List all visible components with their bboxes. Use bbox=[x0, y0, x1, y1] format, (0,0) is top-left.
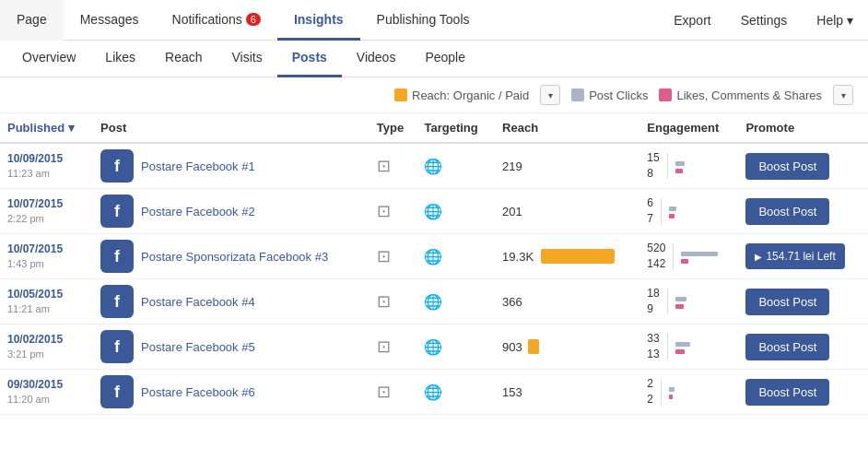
reach-bar bbox=[541, 249, 615, 264]
post-cell: f Postare Facebook #1 bbox=[100, 149, 362, 183]
engagement-cell: 18 9 bbox=[639, 279, 738, 324]
boost-post-button[interactable]: Boost Post bbox=[745, 379, 829, 406]
post-title[interactable]: Postare Facebook #2 bbox=[141, 205, 255, 218]
engagement-bar-clicks bbox=[675, 297, 686, 301]
targeting-globe-icon: 🌐 bbox=[424, 159, 442, 174]
legend-reach-dropdown[interactable]: ▾ bbox=[540, 85, 560, 105]
facebook-icon: f bbox=[100, 149, 134, 183]
targeting-globe-icon: 🌐 bbox=[424, 249, 442, 265]
published-sort-icon: ▾ bbox=[68, 121, 75, 135]
col-header-reach: Reach bbox=[495, 113, 639, 143]
budget-button[interactable]: ▶ 154.71 lei Left bbox=[745, 243, 844, 269]
post-cell: f Postare Facebook #5 bbox=[100, 330, 362, 363]
table-row: 10/09/2015 11:23 am f Postare Facebook #… bbox=[0, 143, 868, 189]
nav-tab-export[interactable]: Export bbox=[659, 0, 725, 41]
engagement-cell: 15 8 bbox=[639, 143, 738, 189]
table-row: 09/30/2015 11:20 am f Postare Facebook #… bbox=[0, 370, 868, 415]
post-title[interactable]: Postare Facebook #4 bbox=[141, 295, 255, 309]
legend-engagement-dropdown[interactable]: ▾ bbox=[833, 85, 853, 105]
post-title[interactable]: Postare Facebook #6 bbox=[141, 385, 255, 399]
engagement-bar-likes bbox=[675, 169, 683, 173]
engagement-bar-likes bbox=[669, 214, 674, 218]
post-title[interactable]: Postare Sponsorizata Facebook #3 bbox=[141, 250, 328, 264]
nav-tab-help[interactable]: Help ▾ bbox=[802, 0, 868, 41]
reach-cell: 219 bbox=[495, 143, 639, 189]
date-cell: 10/07/2015 2:22 pm bbox=[7, 196, 86, 226]
date-cell: 10/05/2015 11:21 am bbox=[7, 287, 86, 316]
sub-tab-posts[interactable]: Posts bbox=[277, 41, 342, 77]
post-title[interactable]: Postare Facebook #1 bbox=[141, 159, 255, 173]
nav-tab-page[interactable]: Page bbox=[0, 0, 64, 41]
promote-cell: Boost Post bbox=[738, 189, 868, 234]
legend-clicks-color bbox=[571, 88, 584, 101]
sub-tab-reach[interactable]: Reach bbox=[150, 41, 217, 77]
engagement-bar-likes bbox=[675, 349, 685, 354]
promote-cell: ▶ 154.71 lei Left bbox=[738, 234, 868, 279]
engagement-divider bbox=[667, 334, 668, 360]
facebook-icon: f bbox=[100, 240, 134, 273]
play-icon: ▶ bbox=[755, 252, 762, 262]
facebook-icon: f bbox=[100, 285, 134, 318]
boost-post-button[interactable]: Boost Post bbox=[745, 198, 829, 225]
engagement-cell: 520 142 bbox=[639, 234, 738, 279]
promote-cell: Boost Post bbox=[738, 279, 868, 324]
nav-tab-settings[interactable]: Settings bbox=[726, 0, 803, 41]
top-nav-right: Export Settings Help ▾ bbox=[659, 0, 868, 40]
engagement-cell: 33 13 bbox=[639, 324, 738, 370]
nav-tab-notifications[interactable]: Notifications 6 bbox=[156, 0, 277, 41]
posts-table: Published ▾ Post Type Targeting Reach En… bbox=[0, 113, 868, 415]
engagement-bar-likes bbox=[675, 304, 684, 309]
nav-tab-messages[interactable]: Messages bbox=[64, 0, 156, 41]
reach-cell: 153 bbox=[495, 370, 639, 415]
engagement-bars bbox=[681, 252, 718, 264]
col-header-post: Post bbox=[93, 113, 369, 143]
reach-cell: 903 bbox=[495, 324, 639, 370]
legend-likes-comments-shares: Likes, Comments & Shares bbox=[659, 88, 822, 102]
engagement-numbers: 6 7 bbox=[647, 195, 653, 227]
engagement-bar-clicks bbox=[669, 387, 674, 392]
targeting-globe-icon: 🌐 bbox=[424, 384, 442, 400]
boost-post-button[interactable]: Boost Post bbox=[745, 289, 829, 315]
post-title[interactable]: Postare Facebook #5 bbox=[141, 340, 255, 354]
table-row: 10/07/2015 2:22 pm f Postare Facebook #2… bbox=[0, 189, 868, 234]
date-cell: 10/09/2015 11:23 am bbox=[7, 151, 86, 181]
boost-post-button[interactable]: Boost Post bbox=[745, 153, 829, 180]
post-cell: f Postare Sponsorizata Facebook #3 bbox=[100, 240, 362, 273]
boost-post-button[interactable]: Boost Post bbox=[745, 334, 829, 360]
sub-navigation: Overview Likes Reach Visits Posts Videos… bbox=[0, 41, 868, 77]
post-type-icon: ⊡ bbox=[377, 247, 391, 266]
engagement-bars bbox=[675, 297, 686, 309]
sub-tab-overview[interactable]: Overview bbox=[7, 41, 90, 77]
engagement-divider bbox=[667, 289, 668, 314]
date-cell: 09/30/2015 11:20 am bbox=[7, 377, 86, 407]
legend-reach: Reach: Organic / Paid bbox=[394, 88, 529, 102]
top-navigation: Page Messages Notifications 6 Insights P… bbox=[0, 0, 868, 41]
nav-tab-publishing-tools[interactable]: Publishing Tools bbox=[360, 0, 487, 41]
engagement-numbers: 18 9 bbox=[647, 286, 659, 317]
sub-tab-likes[interactable]: Likes bbox=[90, 41, 150, 77]
nav-tab-insights[interactable]: Insights bbox=[277, 0, 360, 41]
engagement-cell: 2 2 bbox=[639, 370, 738, 415]
col-header-published[interactable]: Published ▾ bbox=[0, 113, 93, 143]
engagement-divider bbox=[661, 198, 662, 224]
reach-cell: 19.3K bbox=[495, 234, 639, 279]
engagement-bar-clicks bbox=[681, 252, 718, 256]
post-cell: f Postare Facebook #6 bbox=[100, 375, 362, 408]
promote-cell: Boost Post bbox=[738, 370, 868, 415]
col-header-type: Type bbox=[369, 113, 417, 143]
sub-tab-visits[interactable]: Visits bbox=[217, 41, 277, 77]
engagement-bar-clicks bbox=[675, 161, 685, 166]
sub-tab-videos[interactable]: Videos bbox=[342, 41, 411, 77]
post-type-icon: ⊡ bbox=[377, 292, 391, 311]
reach-cell: 366 bbox=[495, 279, 639, 324]
engagement-bar-clicks bbox=[669, 206, 676, 211]
targeting-globe-icon: 🌐 bbox=[424, 204, 442, 219]
sub-tab-people[interactable]: People bbox=[410, 41, 480, 77]
post-type-icon: ⊡ bbox=[377, 383, 391, 401]
table-row: 10/02/2015 3:21 pm f Postare Facebook #5… bbox=[0, 324, 868, 370]
engagement-divider bbox=[673, 243, 674, 269]
engagement-bar-likes bbox=[669, 395, 673, 399]
engagement-divider bbox=[667, 153, 668, 179]
legend-reach-color bbox=[394, 88, 407, 101]
targeting-globe-icon: 🌐 bbox=[424, 339, 442, 355]
